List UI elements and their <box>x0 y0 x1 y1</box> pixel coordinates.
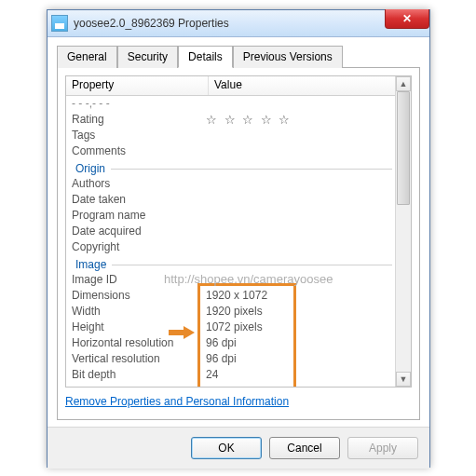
tab-general[interactable]: General <box>57 46 117 68</box>
section-image: Image <box>66 256 396 273</box>
list-body: - - -,- - - Rating☆ ☆ ☆ ☆ ☆ Tags Comment… <box>66 95 396 387</box>
list-item[interactable]: Copyright <box>66 240 396 256</box>
section-origin: Origin <box>66 160 396 177</box>
list-item[interactable]: Date taken <box>66 193 396 209</box>
rating-stars: ☆ ☆ ☆ ☆ ☆ <box>206 113 396 129</box>
list-item[interactable]: Vertical resolution96 dpi <box>66 352 396 368</box>
list-item[interactable]: - - -,- - - <box>66 97 396 113</box>
col-value[interactable]: Value <box>209 76 411 95</box>
vertical-scrollbar[interactable]: ▲ ▼ <box>395 76 411 387</box>
close-button[interactable]: ✕ <box>385 9 429 29</box>
list-item[interactable]: Dimensions1920 x 1072 <box>66 289 396 305</box>
col-property[interactable]: Property <box>66 76 209 95</box>
tab-previous-versions[interactable]: Previous Versions <box>233 46 343 68</box>
list-item[interactable]: Program name <box>66 209 396 224</box>
apply-button[interactable]: Apply <box>347 437 418 459</box>
tab-panel: Property Value - - -,- - - Rating☆ ☆ ☆ ☆… <box>57 68 420 420</box>
scroll-down-button[interactable]: ▼ <box>396 372 411 387</box>
tab-security[interactable]: Security <box>117 46 178 68</box>
window-title: yoosee2.0_8962369 Properties <box>74 17 229 30</box>
client-area: General Security Details Previous Versio… <box>48 37 429 427</box>
tab-strip: General Security Details Previous Versio… <box>57 45 420 68</box>
scroll-thumb[interactable] <box>397 91 410 205</box>
list-item[interactable]: Width1920 pixels <box>66 305 396 320</box>
ok-button[interactable]: OK <box>191 437 262 459</box>
properties-window: yoosee2.0_8962369 Properties ✕ General S… <box>47 9 430 468</box>
list-item[interactable]: Height1072 pixels <box>66 320 396 336</box>
app-icon <box>51 15 68 32</box>
button-bar: OK Cancel Apply <box>48 427 429 469</box>
tab-details[interactable]: Details <box>178 46 233 68</box>
list-item[interactable]: Tags <box>66 129 396 144</box>
list-item[interactable]: Comments <box>66 144 396 160</box>
cancel-button[interactable]: Cancel <box>269 437 340 459</box>
list-item[interactable]: Bit depth24 <box>66 368 396 384</box>
scroll-up-button[interactable]: ▲ <box>396 76 411 91</box>
properties-list: Property Value - - -,- - - Rating☆ ☆ ☆ ☆… <box>65 75 412 388</box>
list-item[interactable]: Date acquired <box>66 224 396 240</box>
list-header: Property Value <box>66 76 411 96</box>
list-item[interactable]: Horizontal resolution96 dpi <box>66 336 396 352</box>
list-item[interactable]: Image ID <box>66 273 396 289</box>
titlebar[interactable]: yoosee2.0_8962369 Properties ✕ <box>48 10 429 37</box>
list-item[interactable]: Rating☆ ☆ ☆ ☆ ☆ <box>66 113 396 129</box>
remove-properties-link[interactable]: Remove Properties and Personal Informati… <box>65 395 289 408</box>
close-icon: ✕ <box>402 12 412 25</box>
list-item[interactable]: Authors <box>66 177 396 193</box>
